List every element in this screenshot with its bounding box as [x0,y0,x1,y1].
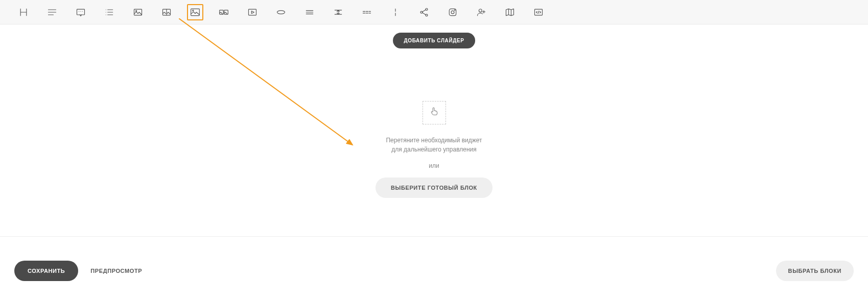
image-big-icon [190,7,200,17]
tool-list[interactable] [101,4,118,20]
svg-point-11 [420,11,423,13]
heading-icon [18,7,29,17]
svg-point-12 [426,14,428,16]
video-icon [247,7,257,17]
add-slider-button[interactable]: ДОБАВИТЬ СЛАЙДЕР [393,33,476,48]
drop-or-label: или [347,162,521,169]
svg-rect-4 [191,9,200,15]
drop-hint-line2: для дальнейшего управления [347,145,521,154]
instagram-icon [448,7,458,17]
svg-rect-6 [220,10,224,14]
share-icon [419,7,429,17]
svg-point-10 [426,8,428,10]
tool-heading[interactable] [15,4,32,20]
spacer-icon [333,7,343,17]
tool-image-big[interactable] [187,4,203,20]
tool-gallery[interactable] [216,4,232,20]
widget-toolbar [0,0,868,24]
tool-add-user[interactable] [473,4,489,20]
drop-hint-line1: Перетяните необходимый виджет [347,136,521,145]
drop-zone[interactable]: Перетяните необходимый виджет для дальне… [347,101,521,198]
image-icon [133,7,143,17]
choose-blocks-button[interactable]: ВЫБРАТЬ БЛОКИ [776,261,854,281]
tool-image[interactable] [130,4,146,20]
svg-point-16 [479,9,482,12]
page-footer: СОХРАНИТЬ ПРЕДПРОСМОТР ВЫБРАТЬ БЛОКИ [0,238,868,304]
svg-rect-1 [134,9,142,15]
svg-rect-0 [77,9,85,15]
svg-line-18 [179,18,353,145]
tool-instagram[interactable] [444,4,461,20]
svg-point-5 [193,10,194,11]
svg-point-14 [451,11,454,14]
svg-point-15 [455,10,455,10]
vertical-line-icon [390,7,401,17]
tool-link[interactable] [273,4,289,20]
svg-rect-7 [224,10,228,14]
dashes-icon [362,7,372,17]
tool-divider[interactable] [301,4,318,20]
tool-share[interactable] [416,4,432,20]
pointer-hand-icon [429,106,440,119]
divider-icon [304,7,315,17]
tool-dashes[interactable] [359,4,375,20]
tool-code[interactable] [530,4,547,20]
svg-rect-8 [249,9,256,15]
tool-image-collage[interactable] [158,4,175,20]
preview-link[interactable]: ПРЕДПРОСМОТР [90,268,142,274]
add-user-icon [476,7,486,17]
gallery-icon [219,7,229,17]
tool-map[interactable] [502,4,518,20]
tool-quote[interactable] [73,4,89,20]
text-icon [47,7,57,17]
map-icon [505,7,515,17]
list-icon [104,7,114,17]
choose-ready-block-button[interactable]: ВЫБЕРИТЕ ГОТОВЫЙ БЛОК [376,178,492,198]
tool-video[interactable] [244,4,261,20]
tool-vertical-line[interactable] [387,4,404,20]
code-icon [533,7,544,17]
editor-canvas: ДОБАВИТЬ СЛАЙДЕР Перетяните необходимый … [0,24,868,237]
svg-point-9 [277,10,285,14]
image-collage-icon [161,7,172,17]
tool-spacer[interactable] [330,4,346,20]
save-button[interactable]: СОХРАНИТЬ [14,261,78,281]
svg-point-2 [136,10,137,11]
tool-text[interactable] [44,4,60,20]
quote-icon [76,7,86,17]
drop-target-box [423,101,446,124]
link-icon [276,7,286,17]
